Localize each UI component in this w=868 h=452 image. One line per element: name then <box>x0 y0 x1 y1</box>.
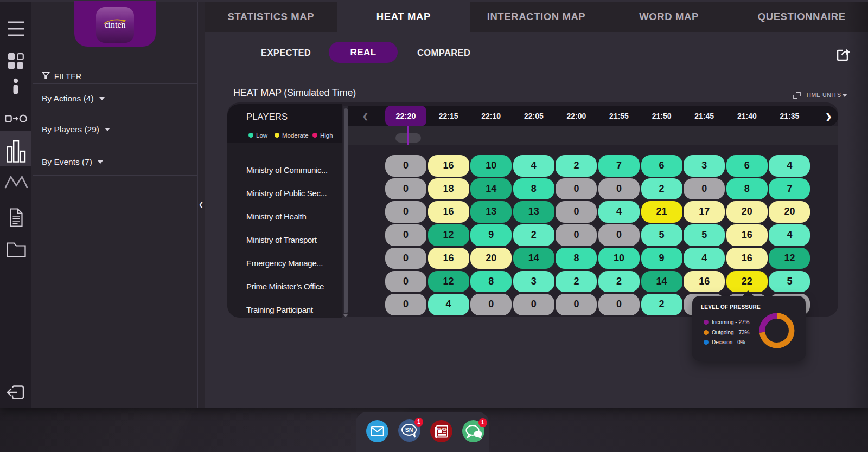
svg-text:SN: SN <box>405 427 413 433</box>
svg-text:NEWS: NEWS <box>437 427 447 430</box>
